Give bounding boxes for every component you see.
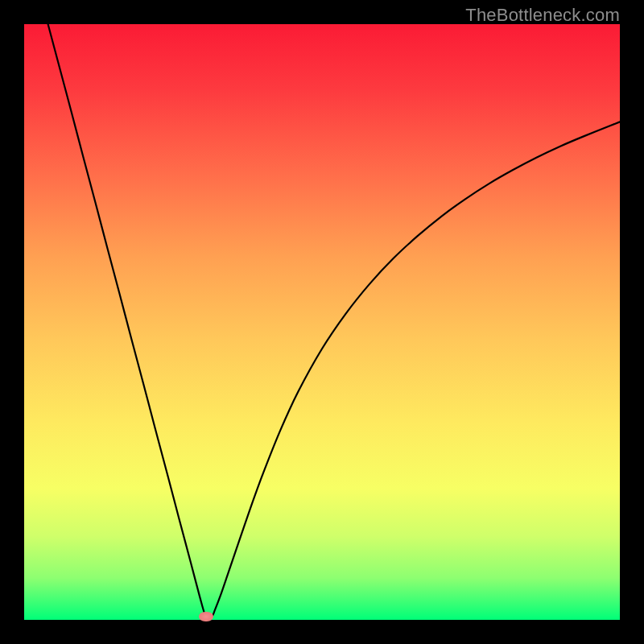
curve-layer bbox=[24, 24, 620, 620]
optimal-point-marker bbox=[199, 612, 213, 621]
chart-frame: TheBottleneck.com bbox=[0, 0, 644, 644]
attribution-text: TheBottleneck.com bbox=[465, 5, 620, 26]
bottleneck-curve bbox=[48, 24, 620, 618]
